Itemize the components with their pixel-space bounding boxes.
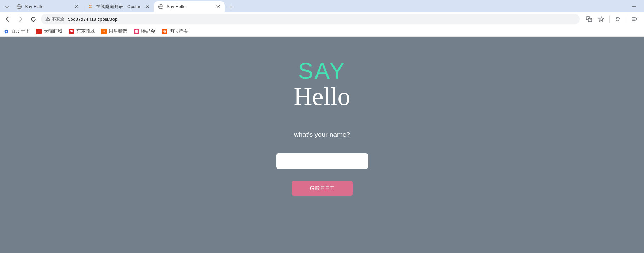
baidu-icon: ✿	[4, 29, 9, 34]
plus-icon	[228, 5, 233, 10]
name-input[interactable]	[276, 153, 368, 169]
letter-c-icon: C	[87, 4, 93, 10]
tab-title: 在线隧道列表 - Cpolar	[96, 4, 143, 10]
window-controls	[627, 1, 644, 12]
new-tab-button[interactable]	[226, 2, 236, 12]
chevron-down-icon	[5, 5, 9, 9]
vip-icon: 唯	[134, 29, 139, 34]
tmall-icon: T	[36, 29, 42, 34]
globe-icon	[16, 4, 22, 10]
star-icon	[598, 16, 604, 22]
close-icon[interactable]	[74, 4, 79, 10]
bookmark-taobao[interactable]: 淘 淘宝特卖	[162, 28, 188, 34]
url-text: 5bd87d74.r18.cpolar.top	[68, 17, 117, 22]
heading-hello: Hello	[294, 82, 350, 111]
close-icon[interactable]	[215, 4, 221, 10]
bookmark-label: 阿里精选	[109, 28, 127, 34]
bookmark-label: 天猫商城	[44, 28, 62, 34]
side-panel-icon	[632, 16, 638, 22]
page-content: SAY Hello what's your name? GREET	[0, 37, 644, 253]
arrow-right-icon	[17, 16, 24, 22]
bookmark-baidu[interactable]: ✿ 百度一下	[4, 28, 30, 34]
prompt-text: what's your name?	[294, 131, 350, 139]
tab-say-hello-1[interactable]: Say Hello	[12, 1, 83, 12]
svg-text:A: A	[590, 19, 591, 21]
minimize-button[interactable]	[627, 1, 641, 12]
close-icon[interactable]	[145, 4, 150, 10]
address-bar[interactable]: 不安全 5bd87d74.r18.cpolar.top	[41, 14, 580, 24]
tab-strip: Say Hello C 在线隧道列表 - Cpolar Say Hello	[0, 0, 644, 12]
bookmark-label: 淘宝特卖	[169, 28, 188, 34]
tab-cpolar[interactable]: C 在线隧道列表 - Cpolar	[83, 1, 154, 12]
bookmark-tmall[interactable]: T 天猫商城	[36, 28, 62, 34]
separator	[626, 16, 626, 23]
separator	[609, 16, 610, 23]
bookmark-label: 京东商城	[76, 28, 95, 34]
globe-icon	[158, 4, 164, 10]
heading-say: SAY	[298, 58, 346, 84]
jd-icon: JD	[69, 29, 74, 34]
taobao-icon: 淘	[162, 29, 167, 34]
toolbar-right: 文A	[582, 14, 641, 24]
translate-button[interactable]: 文A	[584, 14, 594, 24]
reading-list-button[interactable]	[629, 14, 640, 24]
bookmark-label: 百度一下	[11, 28, 30, 34]
bookmark-ali[interactable]: ✦ 阿里精选	[101, 28, 127, 34]
puzzle-icon	[615, 16, 621, 22]
tab-title: Say Hello	[25, 4, 71, 9]
tab-search-dropdown[interactable]	[2, 2, 12, 12]
warning-icon	[45, 17, 50, 22]
arrow-left-icon	[5, 16, 11, 22]
extensions-button[interactable]	[613, 14, 623, 24]
tab-title: Say Hello	[167, 4, 213, 9]
back-button[interactable]	[3, 14, 13, 24]
bookmarks-bar: ✿ 百度一下 T 天猫商城 JD 京东商城 ✦ 阿里精选 唯 唯品会 淘 淘宝特…	[0, 26, 644, 37]
bookmark-jd[interactable]: JD 京东商城	[69, 28, 95, 34]
toolbar: 不安全 5bd87d74.r18.cpolar.top 文A	[0, 12, 644, 26]
minimize-icon	[632, 5, 636, 9]
tab-say-hello-active[interactable]: Say Hello	[154, 1, 225, 12]
bookmark-button[interactable]	[596, 14, 607, 24]
svg-point-8	[47, 20, 48, 20]
ali-icon: ✦	[101, 29, 107, 34]
translate-icon: 文A	[586, 16, 592, 22]
security-indicator[interactable]: 不安全	[45, 16, 64, 22]
reload-button[interactable]	[28, 14, 38, 24]
forward-button[interactable]	[16, 14, 25, 24]
reload-icon	[30, 16, 36, 22]
security-label: 不安全	[52, 16, 64, 22]
bookmark-label: 唯品会	[141, 28, 155, 34]
greet-button[interactable]: GREET	[292, 181, 353, 196]
bookmark-vip[interactable]: 唯 唯品会	[134, 28, 155, 34]
